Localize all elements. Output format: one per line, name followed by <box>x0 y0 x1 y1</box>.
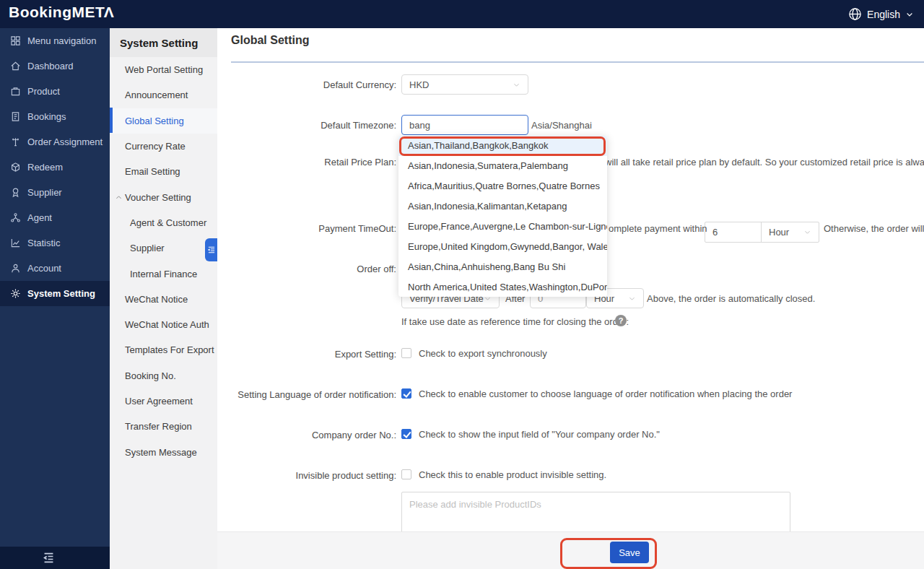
invisible-product-checkbox-text: Check this to enable product invisible s… <box>419 469 606 481</box>
sidebar-item-label: Menu navigation <box>27 35 96 46</box>
submenu-item-wechat-notice-auth[interactable]: WeChat Notice Auth <box>110 312 217 337</box>
export-setting-checkbox[interactable] <box>401 348 411 358</box>
submenu-item-agent-customer[interactable]: Agent & Customer <box>110 210 217 235</box>
user-icon <box>9 263 21 274</box>
timezone-option[interactable]: Africa,Mauritius,Quatre Bornes,Quatre Bo… <box>398 176 607 196</box>
timezone-option[interactable]: Europe,France,Auvergne,Le Chambon-sur-Li… <box>398 217 607 237</box>
sidebar-item-supplier[interactable]: Supplier <box>0 180 110 205</box>
default-timezone-input[interactable] <box>409 120 520 131</box>
chevron-down-icon <box>513 81 520 89</box>
sidebar-item-label: Account <box>27 263 61 274</box>
gift-box-icon <box>9 162 21 173</box>
payment-timeout-note-right: Otherwise, the order will be <box>824 222 924 235</box>
submenu-title: System Setting <box>110 28 217 57</box>
sidebar-item-label: Supplier <box>27 187 62 198</box>
outdent-icon <box>207 246 216 254</box>
submenu-item-transfer-region[interactable]: Transfer Region <box>110 414 217 439</box>
order-off-reference-note: If take use date as reference time for c… <box>401 316 629 329</box>
chevron-up-icon <box>115 193 123 204</box>
home-icon <box>9 61 21 72</box>
sidebar-item-menu-navigation[interactable]: Menu navigation <box>0 28 110 53</box>
sidebar-item-label: Redeem <box>27 162 63 173</box>
sidebar-item-label: System Setting <box>27 288 95 299</box>
language-selector[interactable]: English <box>848 0 914 28</box>
payment-timeout-group: 6 Hour <box>705 222 819 243</box>
default-timezone-input-wrap <box>401 115 528 135</box>
language-label: English <box>867 9 900 20</box>
page-title: Global Setting <box>231 34 309 47</box>
timezone-option[interactable]: Asian,Indonesia,Sumatera,Palembang <box>398 156 607 176</box>
company-order-checkbox[interactable] <box>401 429 411 439</box>
payment-timeout-unit-select[interactable]: Hour <box>761 222 819 242</box>
secondary-sidebar: System Setting Web Portal Setting Announ… <box>110 28 217 569</box>
active-item-indicator <box>110 108 113 133</box>
submenu-item-announcement[interactable]: Announcement <box>110 82 217 108</box>
sidebar-item-agent[interactable]: Agent <box>0 205 110 230</box>
gear-icon <box>9 288 21 300</box>
sidebar-item-label: Bookings <box>27 111 66 122</box>
submenu-item-supplier[interactable]: Supplier <box>110 235 217 261</box>
sidebar-item-system-setting[interactable]: System Setting <box>0 281 110 306</box>
grid-icon <box>9 35 21 47</box>
timezone-option[interactable]: Europe,United Kingdom,Gwynedd,Bangor, Wa… <box>398 237 607 257</box>
sidebar-item-redeem[interactable]: Redeem <box>0 155 110 180</box>
brand-logo: BookingΜΕΤΛ <box>9 4 114 21</box>
top-bar: BookingΜΕΤΛ English <box>0 0 924 28</box>
chevron-down-icon <box>803 228 811 236</box>
sidebar-item-label: Dashboard <box>27 61 74 71</box>
title-divider <box>231 61 924 63</box>
sidebar-footer <box>0 547 110 569</box>
timezone-option[interactable]: Asian,Thailand,Bangkok,Bangkok <box>398 136 607 156</box>
language-notification-checkbox-text: Check to enable customer to choose langu… <box>419 388 792 400</box>
main-content: Global Setting Default Currency: HKD Def… <box>217 28 924 569</box>
submenu-item-global-setting[interactable]: Global Setting <box>110 108 217 134</box>
chevron-down-icon <box>628 295 636 303</box>
briefcase-icon <box>9 86 21 97</box>
timezone-dropdown: Asian,Thailand,Bangkok,Bangkok Asian,Ind… <box>398 136 607 297</box>
submenu-item-user-agreement[interactable]: User Agreement <box>110 388 217 414</box>
sidebar-item-account[interactable]: Account <box>0 256 110 281</box>
chevron-down-icon <box>905 10 914 19</box>
default-currency-select[interactable]: HKD <box>401 74 528 95</box>
timezone-option[interactable]: Asian,China,Anhuisheng,Bang Bu Shi <box>398 257 607 277</box>
sidebar-item-order-assignment[interactable]: Order Assignment <box>0 129 110 155</box>
submenu-item-web-portal-setting[interactable]: Web Portal Setting <box>110 57 217 82</box>
timezone-option[interactable]: Asian,Indonesia,Kalimantan,Ketapang <box>398 196 607 217</box>
submenu-item-templates-for-export[interactable]: Templates For Export <box>110 337 217 362</box>
question-icon[interactable]: ? <box>615 315 627 326</box>
sidebar-item-dashboard[interactable]: Dashboard <box>0 53 110 79</box>
document-icon <box>9 111 21 123</box>
submenu-item-wechat-notice[interactable]: WeChat Notice <box>110 287 217 312</box>
submenu-item-email-setting[interactable]: Email Setting <box>110 159 217 184</box>
sidebar-item-label: Product <box>27 86 60 97</box>
sidebar-item-label: Order Assignment <box>27 136 103 147</box>
submenu-item-currency-rate[interactable]: Currency Rate <box>110 134 217 159</box>
payment-timeout-value-input[interactable]: 6 <box>705 222 761 242</box>
default-currency-value: HKD <box>409 79 429 90</box>
language-notification-checkbox[interactable] <box>401 388 411 399</box>
primary-sidebar: Menu navigation Dashboard Product Bookin… <box>0 28 110 547</box>
chart-icon <box>9 238 21 249</box>
timezone-current-value: Asia/Shanghai <box>531 119 592 132</box>
outdent-icon[interactable] <box>42 551 56 568</box>
submenu-item-internal-finance[interactable]: Internal Finance <box>110 261 217 286</box>
timezone-option[interactable]: North America,United States,Washington,D… <box>398 277 607 297</box>
sidebar-item-label: Agent <box>27 212 52 223</box>
export-setting-checkbox-text: Check to export synchronously <box>419 348 547 360</box>
submenu-item-system-message[interactable]: System Message <box>110 439 217 464</box>
order-off-note: Above, the order is automatically closed… <box>647 292 815 305</box>
sidebar-item-statistic[interactable]: Statistic <box>0 230 110 256</box>
globe-icon <box>848 7 862 21</box>
collapse-submenu-tab[interactable] <box>205 238 217 261</box>
payment-timeout-note-left: omplete payment within <box>609 222 707 235</box>
submenu-item-booking-no[interactable]: Booking No. <box>110 363 217 388</box>
retail-price-plan-note: will all take retail price plan by defau… <box>605 156 924 169</box>
sidebar-item-product[interactable]: Product <box>0 79 110 104</box>
sidebar-item-bookings[interactable]: Bookings <box>0 104 110 129</box>
submenu-item-voucher-setting[interactable]: Voucher Setting <box>110 184 217 209</box>
branch-icon <box>9 136 21 148</box>
invisible-product-checkbox[interactable] <box>401 469 411 479</box>
save-button[interactable]: Save <box>610 542 649 563</box>
company-order-checkbox-text: Check to show the input field of "Your c… <box>419 429 660 440</box>
network-icon <box>9 212 21 224</box>
